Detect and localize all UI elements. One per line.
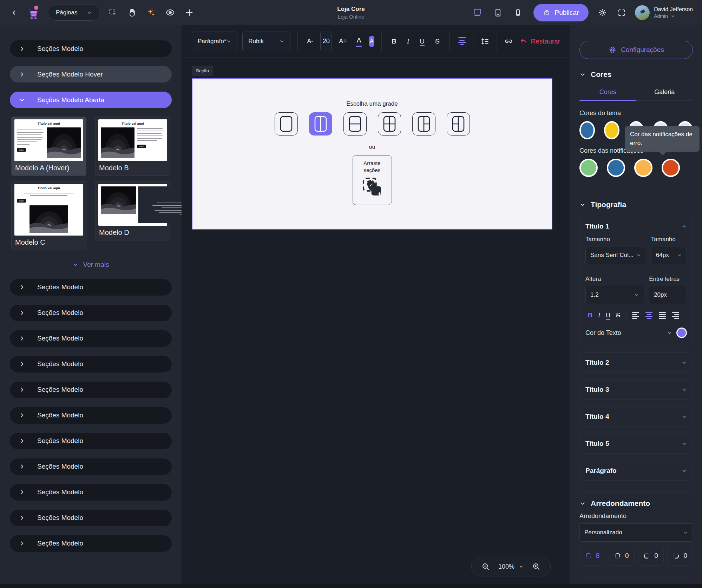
sidebar-item[interactable]: Seções Modelo [10,510,172,526]
text-color-swatch[interactable] [676,328,687,338]
highlight-color-button[interactable]: A [369,36,375,47]
tab-cores[interactable]: Cores [579,85,636,101]
model-card-b[interactable]: Título vai aqui button [95,117,170,176]
typography-card-titulo2[interactable]: Título 2 [579,352,693,372]
add-button[interactable] [183,7,195,19]
typography-card-titulo3[interactable]: Título 3 [579,379,693,399]
titulo1-bold-button[interactable]: B [585,310,595,321]
italic-button[interactable]: I [404,35,412,47]
model-card-a[interactable]: Título vai aqui button [11,117,86,176]
back-button[interactable] [9,8,19,18]
grid-option-left-full-right-split[interactable] [412,112,435,136]
desktop-view-button[interactable] [471,6,484,19]
sparkles-icon [146,8,156,17]
titulo1-letter-spacing-input[interactable]: 20px [649,286,687,304]
drag-sections-dropzone[interactable]: Arraste seções [353,155,392,205]
sidebar-item[interactable]: Seções Modelo [10,433,172,449]
align-left-button[interactable] [457,36,467,47]
preview-button[interactable] [164,6,176,19]
corner-radius-bottom-right-input[interactable]: 0 [667,546,693,566]
section-tag[interactable]: Seção [192,66,213,75]
sidebar-item[interactable]: Seções Modelo [10,535,172,552]
tab-galeria[interactable]: Galeria [636,85,693,101]
typography-card-titulo4[interactable]: Título 4 [579,407,693,427]
pan-tool-button[interactable] [126,7,138,19]
titulo1-size-select[interactable]: 64px [651,246,687,264]
sidebar-item[interactable]: Seções Modelo [10,279,172,296]
fullscreen-button[interactable] [616,7,627,18]
notification-color-swatch-error[interactable] [662,159,680,177]
corner-radius-bottom-left-input[interactable]: 0 [638,546,664,566]
publish-button[interactable]: Publicar [533,4,589,21]
sidebar-item-secoes-modelo[interactable]: Seções Modelo [10,40,172,57]
user-menu[interactable]: David Jefferson Admin [635,5,693,20]
model-card-d[interactable]: button Modelo D [95,181,170,240]
titulo1-header[interactable]: Título 1 [585,223,687,230]
titulo1-align-left-button[interactable] [631,311,640,320]
grid-option-two-columns[interactable] [309,112,332,136]
strikethrough-button[interactable]: S [432,35,442,47]
settings-button[interactable]: Configurações [579,41,693,59]
titulo1-strikethrough-button[interactable]: S [614,310,623,321]
sidebar-item[interactable]: Seções Modelo [10,458,172,475]
rounding-section-header[interactable]: Arredondamento [579,499,693,508]
theme-color-swatch[interactable] [579,121,595,139]
notification-color-swatch-success[interactable] [579,159,598,177]
titulo1-align-justify-button[interactable] [658,311,667,320]
link-button[interactable] [503,35,515,47]
theme-toggle-button[interactable] [596,7,608,19]
tablet-view-button[interactable] [492,7,504,19]
grid-option-single[interactable] [275,112,298,136]
font-family-select[interactable]: Rubik [242,32,290,51]
titulo1-align-center-button[interactable] [645,311,653,320]
sidebar-item[interactable]: Seções Modelo [10,484,172,501]
typography-section-header[interactable]: Tipografia [579,200,693,209]
model-card-label: Modelo B [99,164,166,172]
line-height-button[interactable] [479,35,491,47]
zoom-in-button[interactable] [531,561,542,572]
paragraph-style-select[interactable]: Parágrafo* [192,32,237,51]
bold-button[interactable]: B [389,35,399,47]
typography-card-paragrafo[interactable]: Parágrafo [579,461,693,481]
corner-radius-top-right-input[interactable]: 0 [609,546,634,566]
decrease-font-button[interactable]: A- [305,35,315,47]
model-card-c[interactable]: Título vai aqui button Modelo C [11,181,86,250]
underline-button[interactable]: U [417,35,427,47]
page-canvas[interactable]: Escolha uma grade [192,78,552,230]
titulo1-underline-button[interactable]: U [603,310,613,321]
titulo1-italic-button[interactable]: I [596,310,603,321]
select-tool-button[interactable] [107,7,119,19]
ai-assistant-button[interactable] [145,7,157,19]
text-color-button[interactable]: A [354,35,364,48]
pages-dropdown[interactable]: Páginas [48,5,100,21]
notification-color-swatch-warning[interactable] [634,159,652,177]
zoom-level-select[interactable]: 100% [498,563,524,570]
sidebar-item[interactable]: Seções Modelo [10,330,172,347]
grid-option-four-cells[interactable] [378,112,401,136]
sidebar-item[interactable]: Seções Modelo [10,356,172,372]
titulo1-font-select[interactable]: Sans Serif Col... [585,246,646,264]
increase-font-button[interactable]: A+ [337,35,349,47]
paragraph-style-value: Parágrafo* [198,38,226,45]
corner-radius-top-left-input[interactable]: 8 [579,546,605,566]
sidebar-item-label: Seções Modelo [37,335,83,342]
typography-card-titulo5[interactable]: Título 5 [579,434,693,454]
grid-option-two-rows[interactable] [343,112,367,136]
sidebar-item-secoes-modelo-hover[interactable]: Seções Modelo Hover [10,66,172,82]
sidebar-item-secoes-modelo-aberta[interactable]: Seções Modelo Aberta [10,92,172,108]
see-more-link[interactable]: Ver mais [10,261,172,269]
sidebar-item[interactable]: Seções Modelo [10,407,172,424]
theme-color-swatch[interactable] [604,121,619,139]
colors-section-header[interactable]: Cores [579,70,693,79]
zoom-out-button[interactable] [480,561,491,572]
titulo1-align-right-button[interactable] [671,311,680,320]
rounding-mode-select[interactable]: Personalizado [579,523,693,542]
mobile-view-button[interactable] [512,7,524,18]
titulo1-line-height-select[interactable]: 1.2 [585,286,644,304]
font-size-input[interactable]: 20 [320,32,332,51]
sidebar-item[interactable]: Seções Modelo [10,382,172,398]
notification-color-swatch-info[interactable] [607,159,625,177]
sidebar-item[interactable]: Seções Modelo [10,305,172,321]
restore-button[interactable]: Restaurar [520,38,560,45]
grid-option-left-split-right-full[interactable] [447,112,470,136]
